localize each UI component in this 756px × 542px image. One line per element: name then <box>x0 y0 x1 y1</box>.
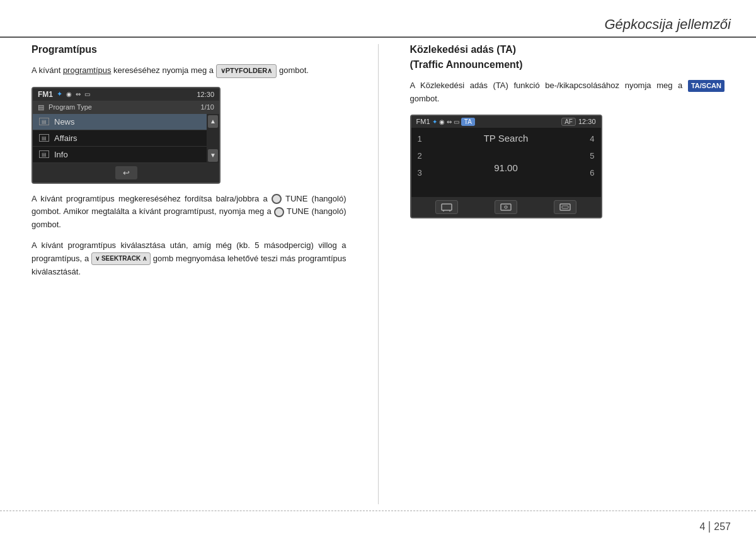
ta-icon-1 <box>441 203 452 212</box>
ta-bottom-bar <box>411 197 601 217</box>
screen-scrollbar: ▲ ▼ <box>207 114 219 163</box>
svg-rect-5 <box>560 204 570 210</box>
programtipus-underline: programtípus <box>63 65 112 75</box>
ta-frequency: 91.00 <box>484 162 529 173</box>
af-badge: AF <box>561 118 576 126</box>
list-item-info[interactable]: ▤ Info <box>33 147 207 163</box>
ta-fm-label: FM1 <box>416 118 430 125</box>
seek-track-button: ∨ SEEK TRACK ∧ <box>91 252 151 265</box>
ta-main-area: 1 2 3 TP Search 91.00 4 5 6 <box>411 128 601 197</box>
screen-count: 1/10 <box>201 103 214 111</box>
left-column: Programtípus A kívánt programtípus keres… <box>32 44 346 504</box>
ta-statusbar: FM1 ✦ ◉ ⇔ ▭ TA AF 12:30 <box>411 116 601 128</box>
svg-point-4 <box>505 206 507 208</box>
item-icon-affairs: ▤ <box>39 134 49 142</box>
scroll-up-button[interactable]: ▲ <box>208 115 218 128</box>
signal-icon: ◉ <box>66 91 72 98</box>
list-item-affairs[interactable]: ▤ Affairs <box>33 130 207 147</box>
phone-icon: ▭ <box>84 91 90 98</box>
ta-icon-2 <box>500 203 512 212</box>
ta-screen: FM1 ✦ ◉ ⇔ ▭ TA AF 12:30 1 2 3 <box>410 115 602 218</box>
ta-center-content: TP Search 91.00 <box>484 133 529 173</box>
bt-icon: ✦ <box>57 90 62 98</box>
item-label-news: News <box>54 117 75 127</box>
ta-btn-2[interactable] <box>495 200 517 214</box>
left-section-title: Programtípus <box>32 44 346 55</box>
svg-rect-0 <box>442 204 452 210</box>
svg-rect-3 <box>501 204 511 210</box>
screen-title-text: Program Type <box>49 103 92 111</box>
ta-tp-search-text: TP Search <box>484 133 529 144</box>
screen-statusbar: FM1 ✦ ◉ ⇔ ▭ 12:30 <box>33 88 219 101</box>
left-para2: A kívánt programtípus megkereséséhez for… <box>32 193 346 232</box>
usb-icon: ⇔ <box>76 91 81 98</box>
back-button[interactable]: ↩ <box>115 166 137 179</box>
right-column: Közlekedési adás (TA) (Traffic Announcem… <box>410 44 725 504</box>
pty-folder-button: ∨ PTY FOLDER ∧ <box>216 64 277 78</box>
item-icon-news: ▤ <box>39 118 49 125</box>
item-label-affairs: Affairs <box>54 133 77 143</box>
scroll-down-button[interactable]: ▼ <box>208 149 218 162</box>
ta-numbers-right: 4 5 6 <box>590 134 594 178</box>
screen-list: ▤ News ▤ Affairs ▤ Info <box>33 114 207 163</box>
tune-circle-icon2 <box>274 207 284 217</box>
ta-usb-icon: ⇔ <box>447 118 452 125</box>
ta-scan-button: TA/SCAN <box>688 80 724 93</box>
list-item-news[interactable]: ▤ News <box>33 114 207 130</box>
page-header: Gépkocsija jellemzői <box>0 0 756 38</box>
page-footer: 4 257 <box>0 511 756 542</box>
screen-titlebar: ▤ Program Type 1/10 <box>33 101 219 114</box>
item-label-info: Info <box>54 150 68 159</box>
right-section-title1: Közlekedési adás (TA) <box>410 44 725 55</box>
ta-numbers-left: 1 2 3 <box>418 134 422 178</box>
ta-btn-3[interactable] <box>554 200 576 214</box>
program-type-screen: FM1 ✦ ◉ ⇔ ▭ 12:30 ▤ Program Type 1/10 <box>32 87 220 184</box>
chapter-number: 4 <box>699 521 710 533</box>
column-divider <box>378 44 379 504</box>
header-title: Gépkocsija jellemzői <box>604 16 731 33</box>
left-para3: A kívánt programtípus kiválasztása után,… <box>32 239 346 278</box>
ta-icon-3 <box>559 203 571 212</box>
screen-list-container: ▤ News ▤ Affairs ▤ Info ▲ ▼ <box>33 114 219 163</box>
ta-time: 12:30 <box>578 118 596 125</box>
screen-time: 12:30 <box>197 91 214 98</box>
main-content: Programtípus A kívánt programtípus keres… <box>32 44 724 504</box>
ta-signal-icon: ◉ <box>439 118 445 125</box>
screen-back-bar: ↩ <box>33 163 219 183</box>
ta-badge: TA <box>461 118 475 126</box>
list-icon: ▤ <box>38 103 44 111</box>
ta-btn-1[interactable] <box>435 200 458 214</box>
ta-bt-icon: ✦ <box>432 118 437 125</box>
page-num: 257 <box>714 521 731 533</box>
right-para1: A Közlekedési adás (TA) funkció be-/kika… <box>410 79 725 106</box>
right-section-title2: (Traffic Announcement) <box>410 59 725 71</box>
page-number: 4 257 <box>699 521 731 533</box>
tune-circle-icon <box>272 194 282 204</box>
item-icon-info: ▤ <box>39 150 49 158</box>
left-para1: A kívánt programtípus kereséséhez nyomja… <box>32 64 346 78</box>
ta-phone-icon: ▭ <box>454 118 459 125</box>
svg-rect-6 <box>562 206 568 208</box>
fm-label: FM1 <box>38 90 53 99</box>
